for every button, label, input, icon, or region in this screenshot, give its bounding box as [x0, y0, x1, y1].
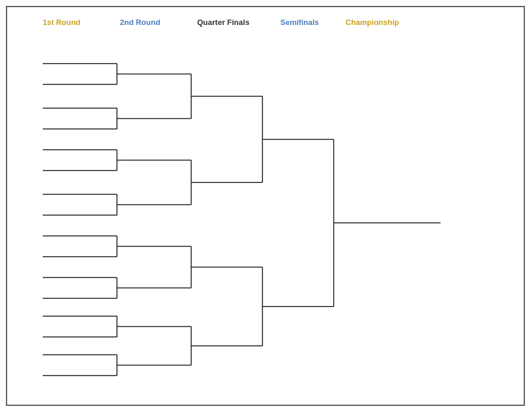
bracket-svg [7, 7, 524, 405]
bracket-container: 1st Round 2nd Round Quarter Finals Semif… [6, 6, 525, 406]
